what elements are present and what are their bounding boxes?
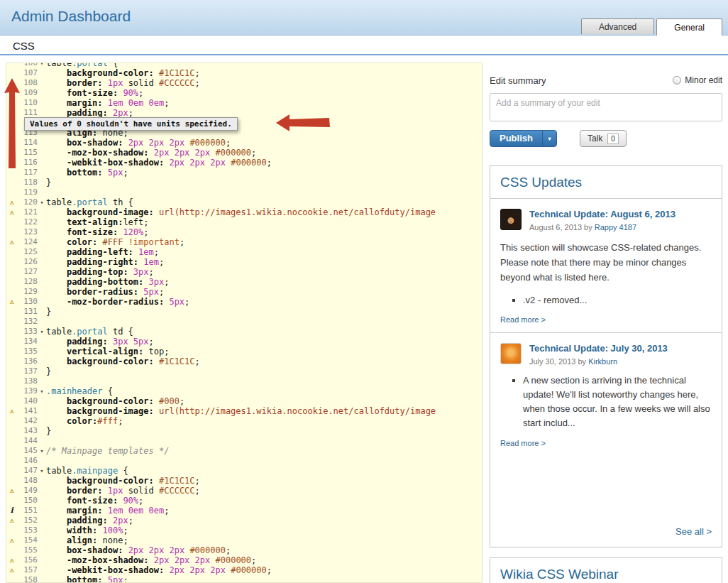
warning-icon[interactable]: ⚠ [6,486,17,496]
code-line[interactable]: ⚠116 -webkit-box-shadow: 2px 2px 2px #00… [6,158,482,168]
code-line[interactable]: ⚠111 padding: 2px; [6,108,482,118]
warning-icon[interactable]: ⚠ [6,207,17,217]
code-line[interactable]: 145▾/* Mainpage templates */ [6,446,482,456]
code-line[interactable]: 146 [6,456,482,466]
publish-button[interactable]: Publish ▾ [490,130,557,147]
code-line[interactable]: 155 box-shadow: 2px 2px 2px #000000; [6,545,482,555]
warning-icon[interactable]: ⚠ [6,197,17,207]
code-text[interactable] [46,317,482,327]
code-text[interactable]: padding: 2px; [46,516,482,525]
code-line[interactable]: 150 font-size: 90%; [6,496,482,506]
code-line[interactable]: 140 background-color: #000; [6,396,482,406]
code-text[interactable]: -webkit-box-shadow: 2px 2px 2px #000000; [46,565,482,575]
code-text[interactable] [46,436,482,446]
code-line[interactable]: 127 padding-top: 3px; [6,267,482,277]
code-line[interactable]: 126 padding-right: 1em; [6,257,482,267]
code-text[interactable]: padding: 2px; [46,108,482,118]
code-text[interactable]: width: 100%; [46,525,482,535]
warning-icon[interactable]: ⚠ [6,158,17,168]
code-text[interactable]: color: #FFF !important; [46,237,482,247]
code-line[interactable]: 144 [6,436,482,446]
code-line[interactable]: ⚠124 color: #FFF !important; [6,237,482,247]
avatar[interactable]: ☻ [500,209,522,230]
code-text[interactable]: background-color: #1C1C1C; [46,68,482,78]
edit-summary-input[interactable] [490,93,722,121]
code-line[interactable]: 123 font-size: 120%; [6,227,482,237]
post-title-link[interactable]: Technical Update: August 6, 2013 [529,209,675,220]
warning-icon[interactable]: ⚠ [6,78,17,88]
code-text[interactable]: -moz-border-radius: 5px; [46,297,482,307]
code-line[interactable]: 148 background-color: #1C1C1C; [6,476,482,486]
css-editor[interactable]: 106▾table.portal {107 background-color: … [6,62,482,583]
tab-advanced[interactable]: Advanced [581,18,654,34]
warning-icon[interactable]: ⚠ [6,108,17,118]
code-line[interactable]: 125 padding-left: 1em; [6,247,482,257]
code-text[interactable]: background-color: #000; [46,396,482,406]
code-line[interactable]: ⚠121 background-image: url(http://images… [6,207,482,217]
code-text[interactable]: background-color: #1C1C1C; [46,476,482,486]
info-icon[interactable]: i [6,98,17,108]
code-line[interactable]: 109 font-size: 90%; [6,88,482,98]
code-line[interactable]: 138 [6,376,482,386]
code-line[interactable]: 158 bottom: 5px; [6,575,482,583]
code-text[interactable] [46,376,482,386]
code-text[interactable]: padding-left: 1em; [46,247,482,257]
code-text[interactable]: text-align:left; [46,217,482,227]
code-text[interactable]: } [46,307,482,317]
code-text[interactable]: .mainheader { [46,386,482,396]
tab-general[interactable]: General [656,18,722,36]
code-text[interactable]: background-color: #1C1C1C; [46,356,482,366]
code-line[interactable]: 137} [6,366,482,376]
code-text[interactable]: font-size: 90%; [46,496,482,506]
code-text[interactable]: -webkit-box-shadow: 2px 2px 2px #000000; [46,158,482,168]
code-line[interactable]: 143} [6,426,482,436]
code-text[interactable]: } [46,366,482,376]
code-text[interactable]: color:#fff; [46,416,482,426]
code-line[interactable]: ⚠157 -webkit-box-shadow: 2px 2px 2px #00… [6,565,482,575]
fold-marker-icon[interactable]: ▾ [38,62,46,68]
code-text[interactable]: border: 1px solid #CCCCCC; [46,78,482,88]
fold-marker-icon[interactable]: ▾ [38,386,46,396]
code-line[interactable]: 142 color:#fff; [6,416,482,426]
code-text[interactable]: margin: 1em 0em 0em; [46,506,482,516]
code-line[interactable]: ⚠156 -moz-box-shadow: 2px 2px 2px #00000… [6,555,482,565]
code-text[interactable]: table.portal td { [46,327,482,337]
minor-edit-checkbox[interactable] [673,76,681,85]
code-text[interactable]: border-radius: 5px; [46,287,482,297]
code-line[interactable]: ⚠141 background-image: url(http://images… [6,406,482,416]
code-line[interactable]: 133▾table.portal td { [6,327,482,337]
read-more-link[interactable]: Read more > [500,439,546,447]
author-link[interactable]: Rappy 4187 [595,223,636,231]
code-line[interactable]: ⚠152 padding: 2px; [6,516,482,525]
code-text[interactable]: padding-top: 3px; [46,267,482,277]
code-text[interactable] [46,187,482,197]
code-text[interactable]: table.portal th { [46,197,482,207]
code-text[interactable]: padding: 3px 5px; [46,337,482,347]
warning-icon[interactable]: ⚠ [6,565,17,575]
code-text[interactable]: /* Mainpage templates */ [46,446,482,456]
warning-icon[interactable]: ⚠ [6,128,17,138]
code-text[interactable]: table.mainpage { [46,466,482,476]
avatar[interactable] [500,343,522,364]
code-line[interactable]: ⚠154 align: none; [6,535,482,545]
warning-icon[interactable]: ⚠ [6,237,17,247]
code-text[interactable] [46,456,482,466]
code-text[interactable]: } [46,426,482,436]
code-line[interactable]: ⚠130 -moz-border-radius: 5px; [6,297,482,307]
code-text[interactable]: font-size: 90%; [46,88,482,98]
fold-marker-icon[interactable]: ▾ [38,327,46,337]
code-text[interactable]: -moz-box-shadow: 2px 2px 2px #000000; [46,148,482,158]
code-line[interactable]: 129 border-radius: 5px; [6,287,482,297]
code-line[interactable]: 117 bottom: 5px; [6,168,482,178]
fold-marker-icon[interactable]: ▾ [38,197,46,207]
code-text[interactable]: bottom: 5px; [46,168,482,178]
code-line[interactable]: i151 margin: 1em 0em 0em; [6,506,482,516]
code-line[interactable]: 135 vertical-align: top; [6,347,482,356]
code-line[interactable]: 118} [6,178,482,187]
code-line[interactable]: 119 [6,187,482,197]
code-line[interactable]: 132 [6,317,482,327]
fold-marker-icon[interactable]: ▾ [38,466,46,476]
code-text[interactable]: box-shadow: 2px 2px 2px #000000; [46,138,482,148]
code-text[interactable]: border: 1px solid #CCCCCC; [46,486,482,496]
see-all-link[interactable]: See all > [675,526,712,537]
